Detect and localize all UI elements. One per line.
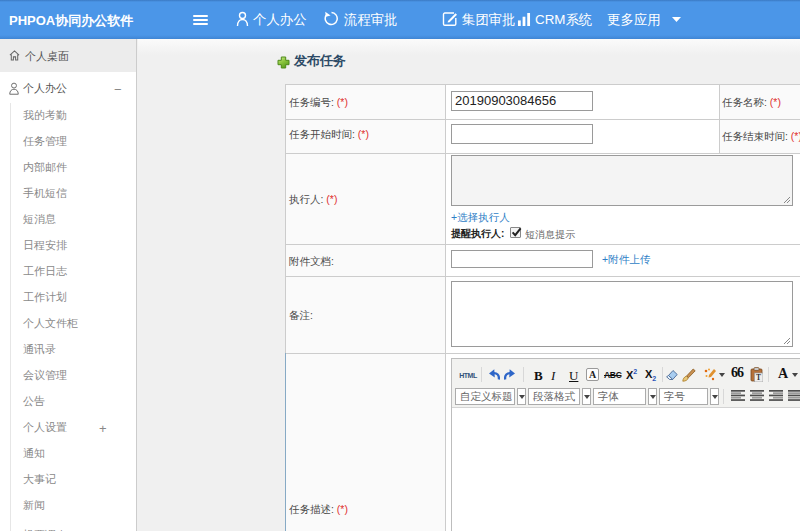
svg-text:T: T xyxy=(756,373,761,382)
